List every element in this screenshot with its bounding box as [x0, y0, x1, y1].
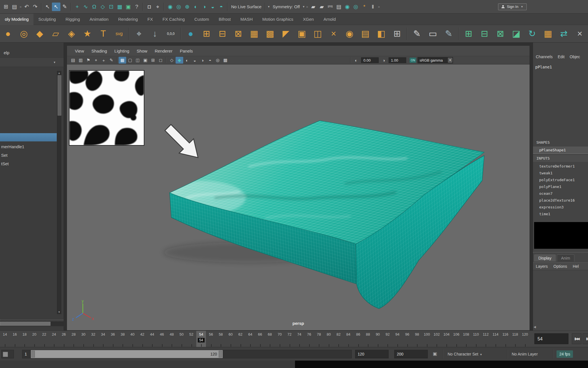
shelf-tab[interactable]: Arnold: [319, 14, 340, 25]
character-set-dropdown[interactable]: No Character Set ▾: [448, 350, 483, 358]
wedge-icon[interactable]: ◪: [508, 26, 524, 41]
help-icon[interactable]: ?: [132, 3, 141, 11]
shelf-tab[interactable]: Animation: [85, 14, 113, 25]
wireframe-mode-icon[interactable]: ◇: [168, 57, 176, 64]
svg-tool-icon[interactable]: svg: [111, 26, 127, 41]
outliner-item-selected[interactable]: [0, 133, 57, 141]
time-tick[interactable]: 32 32: [88, 331, 98, 347]
toolbar-expander[interactable]: »: [306, 3, 308, 11]
polygon-sphere-icon[interactable]: ●: [0, 26, 16, 41]
soft-select-icon[interactable]: ◑: [200, 3, 208, 11]
range-handle-right[interactable]: [219, 351, 222, 357]
sketch-tool-icon[interactable]: ✎: [441, 26, 457, 41]
live-surface-label[interactable]: No Live Surface: [229, 4, 263, 9]
polygon-type-icon[interactable]: T: [95, 26, 111, 41]
time-tick[interactable]: 94 94: [393, 331, 402, 347]
shelf-tab[interactable]: MASH: [235, 14, 257, 25]
curve-warp-icon[interactable]: ↻: [524, 26, 540, 41]
view-layout-icon[interactable]: ▤: [69, 57, 77, 64]
snap-move-icon[interactable]: +: [100, 57, 108, 64]
shelf-tab[interactable]: Bifrost: [214, 14, 236, 25]
gamma-icon[interactable]: ◑: [380, 57, 387, 64]
object-menu[interactable]: Objec: [570, 55, 580, 59]
time-tick[interactable]: 74 74: [294, 331, 304, 347]
scroll-left-icon[interactable]: ◀: [534, 325, 536, 329]
shelf-tab[interactable]: XGen: [298, 14, 319, 25]
gamma-field[interactable]: 1.00: [389, 57, 406, 63]
time-tick[interactable]: 78 78: [314, 331, 324, 347]
hypershade-icon[interactable]: ◉: [343, 3, 351, 11]
time-tick[interactable]: 30 30: [79, 331, 88, 347]
time-tick[interactable]: 52 52: [186, 331, 196, 347]
output-connections-icon[interactable]: ◎: [174, 3, 183, 11]
view-transform-combo[interactable]: sRGB gamma ▼: [418, 57, 453, 63]
viewport-menu-item[interactable]: Lighting: [111, 49, 133, 53]
input-connections-icon[interactable]: ◉: [166, 3, 174, 11]
chevron-down-icon[interactable]: ▼: [448, 58, 452, 63]
render-view-icon[interactable]: ▰: [309, 3, 317, 11]
lock-icon[interactable]: ◘: [145, 3, 153, 11]
fps-indicator[interactable]: 24 fps: [557, 350, 573, 358]
bevel-icon[interactable]: ▣: [294, 26, 310, 41]
layer-list-area[interactable]: [533, 270, 588, 331]
viewport-menu-item[interactable]: View: [71, 49, 87, 53]
construction-history-icon[interactable]: ◐: [191, 3, 200, 11]
xray-icon[interactable]: ▩: [222, 57, 229, 64]
time-tick[interactable]: 20 20: [29, 331, 39, 347]
outliner-filter-row[interactable]: ▾: [0, 57, 64, 67]
outliner-item[interactable]: tSet: [0, 160, 57, 168]
time-tick[interactable]: 46 46: [157, 331, 167, 347]
booleans-icon[interactable]: ⊠: [230, 26, 246, 41]
time-tick[interactable]: 88 88: [363, 331, 373, 347]
mesh-grid-icon[interactable]: ▦: [246, 26, 262, 41]
time-tick[interactable]: 106 106: [451, 331, 461, 347]
pause-icon[interactable]: ‖: [368, 3, 377, 11]
time-tick[interactable]: 44 44: [147, 331, 157, 347]
bookmark-icon[interactable]: ⚑: [85, 57, 92, 64]
isolate-select-icon[interactable]: ◎: [214, 57, 222, 64]
paint-select-icon[interactable]: ✎: [60, 3, 69, 11]
go-to-start-button[interactable]: ▮◀◀: [572, 333, 581, 344]
time-tick[interactable]: 90 90: [373, 331, 383, 347]
shelf-tab[interactable]: Motion Graphics: [258, 14, 298, 25]
time-tick[interactable]: 64 64: [245, 331, 255, 347]
time-tick[interactable]: 100 100: [422, 331, 432, 347]
time-tick[interactable]: 82 82: [334, 331, 343, 347]
time-tick[interactable]: 96 96: [402, 331, 412, 347]
time-tick[interactable]: 118 118: [510, 331, 520, 347]
edit-menu[interactable]: Edit: [558, 55, 564, 59]
time-tick[interactable]: 86 86: [353, 331, 363, 347]
time-tick[interactable]: 18 18: [20, 331, 29, 347]
layers-menu[interactable]: Layers: [536, 264, 548, 269]
time-tick[interactable]: 14 14: [0, 331, 10, 347]
time-tick[interactable]: 114 114: [491, 331, 501, 347]
input-node-row[interactable]: ocean7: [533, 190, 588, 197]
time-tick[interactable]: 92 92: [383, 331, 393, 347]
polygon-star-icon[interactable]: ★: [79, 26, 95, 41]
shadows-icon[interactable]: ◑: [199, 57, 206, 64]
toolbar-expander[interactable]: »: [19, 3, 22, 11]
channels-menu[interactable]: Channels: [536, 55, 553, 59]
swap-icon[interactable]: ⇄: [556, 26, 572, 41]
render-settings-icon[interactable]: ▤: [334, 3, 343, 11]
cross-tool-icon[interactable]: ×: [572, 26, 588, 41]
playback-range-bar[interactable]: 120: [31, 350, 223, 358]
chevron-down-icon[interactable]: ▾: [302, 5, 305, 9]
snap-to-view-planes-icon[interactable]: ▦: [115, 3, 124, 11]
input-node-row[interactable]: place2dTexture16: [533, 197, 588, 204]
toolbar-expander[interactable]: »: [378, 3, 380, 11]
pencil-tool-icon[interactable]: ✎: [409, 26, 425, 41]
time-tick[interactable]: 60 60: [226, 331, 236, 347]
time-tick[interactable]: 26 26: [59, 331, 69, 347]
scrollbar-thumb[interactable]: [0, 322, 50, 326]
time-tick[interactable]: 120 120: [520, 331, 530, 347]
chevron-down-icon[interactable]: ▾: [267, 5, 271, 9]
step-back-button[interactable]: ▮◀: [583, 333, 588, 344]
command-line-left[interactable]: [0, 361, 295, 368]
time-tick[interactable]: 48 48: [167, 331, 177, 347]
ao-icon[interactable]: ◓: [206, 57, 214, 64]
range-handle-left[interactable]: [31, 351, 35, 357]
shelf-tab[interactable]: oly Modeling: [0, 14, 33, 25]
outliner-horizontal-scrollbar[interactable]: [0, 321, 64, 326]
layer-editor-tab[interactable]: Display: [534, 254, 556, 262]
